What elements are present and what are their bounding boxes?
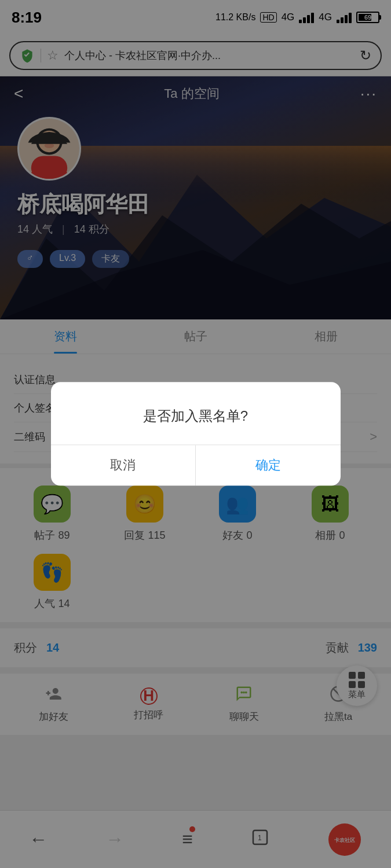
dialog-body: 是否加入黑名单?: [51, 382, 341, 444]
dialog-title: 是否加入黑名单?: [143, 408, 248, 424]
dialog-buttons: 取消 确定: [51, 446, 341, 486]
cancel-label: 取消: [110, 457, 136, 475]
dialog-cancel-button[interactable]: 取消: [51, 446, 196, 486]
blacklist-dialog: 是否加入黑名单? 取消 确定: [51, 382, 341, 486]
confirm-label: 确定: [255, 457, 281, 475]
dialog-confirm-button[interactable]: 确定: [196, 446, 341, 486]
